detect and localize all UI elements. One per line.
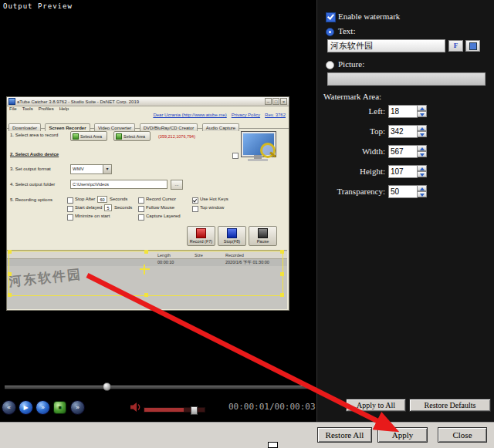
fast-forward-button[interactable]: » <box>36 400 50 415</box>
previous-button[interactable]: « <box>2 400 16 415</box>
selection-handle[interactable] <box>144 250 148 254</box>
spin-up-icon[interactable] <box>417 125 427 131</box>
next-button[interactable]: » <box>70 400 85 415</box>
close-icon[interactable]: × <box>280 98 287 105</box>
stop-after-checkbox[interactable] <box>67 197 73 204</box>
text-radio[interactable] <box>326 28 334 36</box>
playback-controls: « ▶ » ■ » 00:00:01/00:00:03 <box>0 397 316 422</box>
color-swatch-icon <box>469 42 477 50</box>
volume-slider[interactable] <box>144 407 205 413</box>
crosshair-icon <box>140 264 150 275</box>
menu-file[interactable]: File <box>9 106 17 113</box>
start-delayed-checkbox[interactable] <box>67 206 73 212</box>
spin-down-icon[interactable] <box>417 151 427 157</box>
enable-watermark-checkbox[interactable] <box>326 12 336 22</box>
selection-handle[interactable] <box>280 250 284 254</box>
minimize-icon[interactable]: – <box>265 98 272 105</box>
select-area-icon <box>116 133 122 140</box>
step2-label[interactable]: 2. Select Audio device <box>10 152 59 157</box>
dialog-footer: Restore All Apply Close <box>0 422 494 448</box>
width-field[interactable] <box>388 145 418 158</box>
restore-all-button[interactable]: Restore All <box>317 427 372 443</box>
output-format-value: WMV <box>73 167 84 171</box>
height-field[interactable] <box>388 165 418 178</box>
start-delayed-label: Start delayed <box>75 205 102 210</box>
spin-down-icon[interactable] <box>417 131 427 137</box>
height-spinner <box>417 165 427 178</box>
speaker-icon[interactable] <box>130 402 142 413</box>
selection-handle[interactable] <box>280 293 284 297</box>
left-field[interactable] <box>388 105 418 118</box>
watermark-text-field[interactable] <box>327 39 445 52</box>
seek-thumb[interactable] <box>103 382 111 391</box>
selection-handle[interactable] <box>8 250 12 254</box>
minimize-on-start-checkbox[interactable] <box>67 214 73 221</box>
step1-label: 1. Select area to record <box>10 133 58 137</box>
selection-handle[interactable] <box>8 272 12 276</box>
top-field[interactable] <box>388 125 418 138</box>
spin-down-icon[interactable] <box>417 171 427 177</box>
follow-mouse-checkbox[interactable] <box>138 206 144 212</box>
start-delayed-seconds-field[interactable] <box>104 204 112 211</box>
selection-handle[interactable] <box>280 272 284 276</box>
stop-icon <box>227 228 237 238</box>
restore-defaults-button[interactable]: Restore Defaults <box>409 399 491 412</box>
menu-tools[interactable]: Tools <box>22 106 33 113</box>
menu-help[interactable]: Help <box>59 106 69 113</box>
spin-up-icon[interactable] <box>417 165 427 171</box>
picture-radio[interactable] <box>326 61 334 69</box>
watermark-picture-field[interactable] <box>327 72 486 86</box>
play-button[interactable]: ▶ <box>19 400 33 415</box>
seek-track[interactable] <box>5 386 310 389</box>
capture-layered-checkbox[interactable] <box>138 214 144 221</box>
top-spinner <box>417 125 427 138</box>
select-area-button-1[interactable]: Select Area <box>70 131 107 141</box>
selection-handle[interactable] <box>8 293 12 297</box>
record-cursor-checkbox[interactable] <box>138 197 144 204</box>
pause-button[interactable]: Pause <box>249 226 277 246</box>
left-label: Left: <box>317 106 385 116</box>
spin-down-icon[interactable] <box>417 111 427 117</box>
audio-option-checkbox[interactable] <box>232 153 239 159</box>
record-button[interactable]: Record (F7) <box>187 226 215 246</box>
seek-bar[interactable] <box>5 383 310 391</box>
spin-up-icon[interactable] <box>417 105 427 111</box>
link-site[interactable]: Dear Ucrania (http://www.atube.me) <box>153 113 226 117</box>
select-area-label: Select Area <box>124 134 145 139</box>
use-hot-keys-checkbox[interactable] <box>192 197 198 204</box>
link-privacy[interactable]: Privacy Policy <box>232 113 260 117</box>
volume-thumb[interactable] <box>191 406 198 415</box>
pause-label: Pause <box>249 239 276 244</box>
close-button[interactable]: Close <box>438 427 487 443</box>
browse-folder-button[interactable]: ... <box>171 180 183 190</box>
stop-record-button[interactable]: Stop(F8) <box>218 226 246 246</box>
watermark-settings-panel: Enable watermark Text: F Picture: Waterm… <box>316 0 494 422</box>
stop-after-seconds-field[interactable] <box>97 196 107 203</box>
apply-to-all-button[interactable]: Apply to All <box>346 399 406 412</box>
output-format-dropdown[interactable]: WMV ▾ <box>70 164 112 174</box>
width-spinner <box>417 145 427 158</box>
menu-profiles[interactable]: Profiles <box>39 106 54 113</box>
output-folder-field[interactable]: C:\Users\pc\Videos <box>70 180 167 189</box>
apply-button[interactable]: Apply <box>377 427 428 443</box>
screen-capture-icon <box>239 130 279 166</box>
link-rev[interactable]: Rev. 3762 <box>265 113 286 117</box>
maximize-icon[interactable]: □ <box>272 98 279 105</box>
app-content: 1. Select area to record Select Area Sel… <box>7 129 287 309</box>
transparency-label: Transparency: <box>317 187 385 196</box>
spin-up-icon[interactable] <box>417 185 427 191</box>
spin-down-icon[interactable] <box>417 191 427 197</box>
step3-label: 3. Set output format <box>10 167 51 171</box>
width-label: Width: <box>317 147 385 156</box>
chevron-down-icon: ▾ <box>103 165 111 173</box>
selection-handle[interactable] <box>144 293 148 297</box>
top-window-checkbox[interactable] <box>192 206 198 212</box>
follow-mouse-label: Follow Mouse <box>146 205 174 210</box>
color-button[interactable] <box>465 40 480 52</box>
spin-up-icon[interactable] <box>417 145 427 151</box>
transparency-field[interactable] <box>388 185 418 198</box>
font-button[interactable]: F <box>448 40 463 52</box>
stop-button[interactable]: ■ <box>53 401 66 414</box>
select-area-button-2[interactable]: Select Area <box>113 131 151 141</box>
stop-label: Stop(F8) <box>218 239 245 244</box>
